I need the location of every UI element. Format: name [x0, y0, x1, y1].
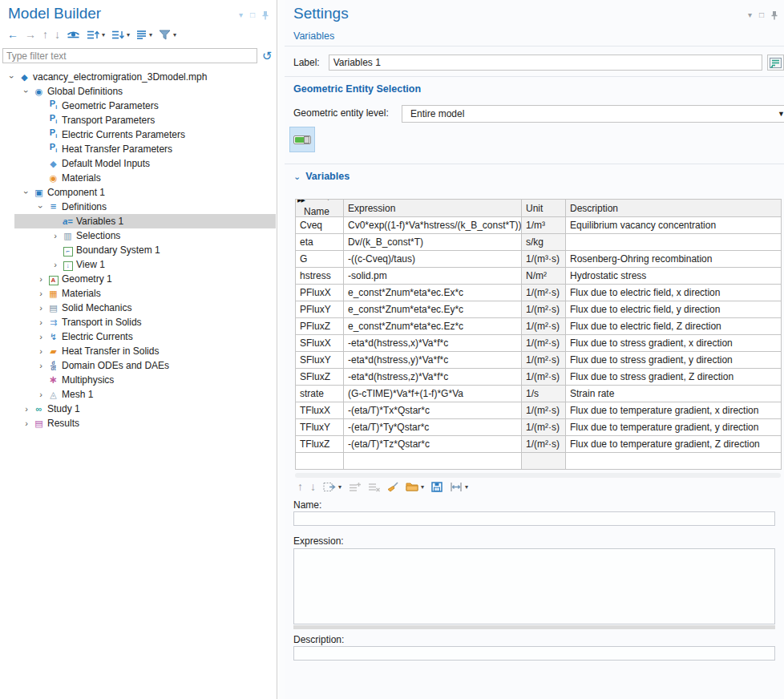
tree-filter-input[interactable]	[2, 48, 257, 63]
description-cell[interactable]: Flux due to temperature gradient, y dire…	[566, 419, 782, 436]
expression-cell[interactable]: -eta*d(hstress,x)*Va*f*c	[344, 335, 522, 352]
active-selection-toggle-icon[interactable]	[289, 127, 315, 152]
expression-cell[interactable]: -eta*d(hstress,y)*Va*f*c	[344, 352, 522, 369]
expression-cell[interactable]: e_const*Znum*eta*ec.Ez*c	[344, 318, 522, 335]
float-icon[interactable]: □	[250, 11, 255, 19]
show-icon[interactable]	[64, 28, 83, 42]
tree-item-electric-currents-parameters[interactable]: PiElectric Currents Parameters	[0, 127, 276, 142]
unit-cell[interactable]: 1/(m²·s)	[522, 352, 566, 369]
table-range-icon[interactable]: ▾	[321, 480, 344, 494]
column-header-description[interactable]: Description	[566, 200, 782, 217]
unit-cell[interactable]: N/m²	[522, 268, 566, 285]
unit-cell[interactable]: 1/(m²·s)	[522, 335, 566, 352]
delete-row-icon[interactable]	[366, 480, 382, 494]
tree-arrow-icon[interactable]: ›	[35, 390, 46, 399]
description-cell[interactable]: Flux due to electric field, x direction	[566, 285, 782, 301]
unit-cell[interactable]: 1/s	[522, 386, 566, 402]
pin-icon[interactable]	[771, 10, 778, 20]
name-cell[interactable]: SFluxZ	[296, 369, 344, 386]
tree-item-materials[interactable]: ›▦Materials	[0, 286, 276, 301]
tree-item-transport-parameters[interactable]: PiTransport Parameters	[0, 113, 276, 127]
filter-icon[interactable]: ▾	[156, 28, 179, 42]
description-cell[interactable]: Flux due to temperature gradient, Z dire…	[566, 436, 782, 453]
unit-cell[interactable]: 1/(m²·s)	[522, 301, 566, 318]
clear-table-icon[interactable]	[385, 480, 401, 494]
tree-item-boundary-system-1[interactable]: ⌐Boundary System 1	[0, 243, 276, 257]
tree-arrow-icon[interactable]: ›	[21, 87, 32, 96]
tree-item-geometry-1[interactable]: ›AGeometry 1	[0, 272, 276, 286]
tree-item-view-1[interactable]: ›↓View 1	[0, 257, 276, 272]
unit-cell[interactable]: 1/(m²·s)	[522, 402, 566, 419]
variables-section-heading[interactable]: ⌄Variables	[293, 171, 350, 182]
tree-item-selections[interactable]: ›▥Selections	[0, 228, 276, 243]
tree-arrow-icon[interactable]: ›	[35, 274, 46, 284]
expression-input[interactable]	[293, 548, 775, 624]
name-cell[interactable]: TFluxZ	[296, 436, 344, 453]
node-text-icon[interactable]: ▾	[134, 28, 155, 42]
column-header-expression[interactable]: Expression	[344, 200, 522, 217]
tree-arrow-icon[interactable]: ›	[6, 72, 18, 82]
unit-cell[interactable]: 1/(m²·s)	[522, 419, 566, 436]
description-cell[interactable]: Hydrostatic stress	[566, 268, 782, 285]
unit-cell[interactable]: 1/(m²·s)	[522, 369, 566, 386]
tree-arrow-icon[interactable]: ›	[35, 361, 46, 370]
tree-item-definitions[interactable]: ›≡Definitions	[0, 200, 276, 214]
chevron-down-icon[interactable]: ▾	[421, 483, 424, 491]
tree-item-mesh-1[interactable]: ›◬Mesh 1	[0, 387, 276, 402]
dropdown-icon[interactable]: ▾	[748, 11, 752, 19]
expression-cell[interactable]: (G-cTIME)*Va*f+(1-f)*G*Va	[344, 386, 522, 402]
chevron-down-icon[interactable]: ▾	[173, 31, 176, 38]
description-cell[interactable]: Rosenberg-Ohring recombination	[566, 251, 782, 268]
float-icon[interactable]: □	[759, 11, 764, 19]
tree-item-materials[interactable]: ◉Materials	[0, 171, 276, 185]
name-cell[interactable]: SFluxX	[296, 335, 344, 352]
description-cell[interactable]: Flux due to stress gradient, y direction	[566, 352, 782, 369]
tree-item-multiphysics[interactable]: ∗Multiphysics	[0, 373, 276, 387]
tree-arrow-icon[interactable]: ›	[35, 289, 46, 298]
refresh-icon[interactable]: ↻	[262, 50, 273, 62]
expression-cell[interactable]: -(eta/T)*Tz*Qstar*c	[344, 436, 522, 453]
chevron-down-icon[interactable]: ▾	[127, 31, 130, 38]
tree-item-component-1[interactable]: ›▣Component 1	[0, 185, 276, 200]
collapse-all-icon[interactable]: ▾	[109, 28, 132, 42]
tree-arrow-icon[interactable]: ›	[21, 418, 32, 428]
sort-icon[interactable]: ▼	[325, 200, 331, 201]
tree-arrow-icon[interactable]: ›	[35, 303, 46, 313]
unit-cell[interactable]: s/kg	[522, 234, 566, 251]
unit-cell[interactable]: 1/(m²·s)	[522, 318, 566, 335]
expression-resize-handle[interactable]	[293, 625, 775, 629]
tree-arrow-icon[interactable]: ›	[50, 260, 61, 269]
tree-item-transport-in-solids[interactable]: ›⇉Transport in Solids	[0, 315, 276, 329]
column-width-icon[interactable]: ▾	[447, 480, 471, 494]
name-cell[interactable]: PFluxX	[296, 285, 344, 301]
name-input[interactable]	[293, 511, 775, 526]
chevron-down-icon[interactable]: ▾	[338, 483, 341, 491]
tree-item-results[interactable]: ›▤Results	[0, 416, 276, 430]
table-horizontal-scrollbar[interactable]	[295, 473, 781, 478]
expression-cell[interactable]	[344, 453, 522, 470]
name-cell[interactable]: PFluxZ	[296, 318, 344, 335]
tree-arrow-icon[interactable]: ›	[35, 317, 46, 327]
move-down-icon[interactable]: ↓	[308, 479, 318, 494]
promote-rows-icon[interactable]: ▶▶	[297, 200, 305, 204]
chevron-down-icon[interactable]: ▾	[465, 483, 468, 491]
expression-cell[interactable]: -solid.pm	[344, 268, 522, 285]
move-up-icon[interactable]: ↑	[40, 27, 51, 42]
tree-item-domain-odes-and-daes[interactable]: ›ddtDomain ODEs and DAEs	[0, 358, 276, 373]
tree-item-electric-currents[interactable]: ›↯Electric Currents	[0, 329, 276, 344]
save-file-icon[interactable]	[429, 480, 445, 494]
name-cell[interactable]: strate	[296, 386, 344, 402]
add-row-icon[interactable]	[346, 480, 363, 494]
panel-splitter[interactable]	[278, 0, 285, 699]
expression-cell[interactable]: -((c-Cveq)/taus)	[344, 251, 522, 268]
description-input[interactable]	[293, 646, 775, 661]
chevron-down-icon[interactable]: ▾	[149, 31, 152, 38]
expression-cell[interactable]: e_const*Znum*eta*ec.Ey*c	[344, 301, 522, 318]
tree-arrow-icon[interactable]: ›	[35, 332, 46, 341]
tree-item-study-1[interactable]: ›∞Study 1	[0, 402, 276, 416]
move-down-icon[interactable]: ↓	[52, 27, 63, 42]
tree-item-variables-1[interactable]: a=Variables 1	[0, 214, 276, 228]
tree-item-geometric-parameters[interactable]: PiGeometric Parameters	[0, 99, 276, 113]
tree-arrow-icon[interactable]: ›	[35, 202, 46, 212]
unit-cell[interactable]	[522, 453, 566, 470]
